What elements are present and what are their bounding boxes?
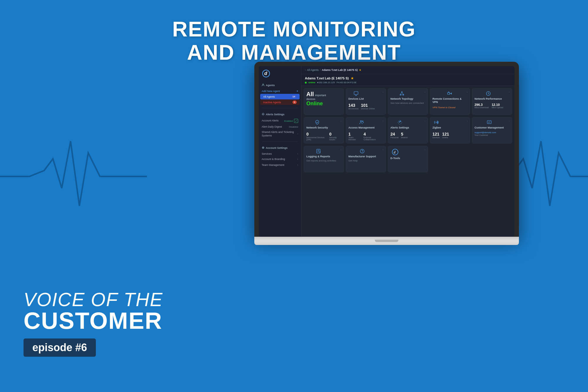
svg-point-19 xyxy=(360,149,364,153)
status-dot xyxy=(305,82,307,84)
zigbee-title: Zigbee xyxy=(432,126,441,129)
inactive-agents-item[interactable]: Inactive Agents 1 xyxy=(260,99,300,105)
d-tools-arrow[interactable]: › xyxy=(425,149,425,151)
sidebar-agents-header: Agents xyxy=(259,82,301,89)
team-member-num: 1 Team Member xyxy=(348,132,361,141)
network-security-arrow[interactable]: › xyxy=(340,120,341,122)
laptop-screen: d Agents xyxy=(259,66,514,237)
branding-block: Voice of the CUSTOMER episode #6 xyxy=(24,290,163,357)
svg-text:d: d xyxy=(264,71,268,76)
access-management-arrow[interactable]: › xyxy=(382,120,383,122)
shared-num: 5 Shared xyxy=(401,132,408,139)
alerts-settings-header: Alerts Settings xyxy=(259,111,301,118)
card-zigbee[interactable]: Zigbee › 121 Devices xyxy=(430,117,470,144)
network-topology-arrow[interactable]: › xyxy=(425,91,425,94)
logging-reports-desc: Get reports and log activities xyxy=(306,159,341,162)
laptop-screen-outer: d Agents xyxy=(254,62,519,237)
access-management-icon xyxy=(348,120,375,125)
devices-text: devices xyxy=(306,98,341,101)
important-text: important xyxy=(315,94,326,97)
card-network-security[interactable]: Network Security › 0 Discovered Devices … xyxy=(304,117,344,144)
sidebar: d Agents xyxy=(259,66,301,237)
services-item[interactable]: Services › xyxy=(259,151,301,156)
svg-point-6 xyxy=(401,91,402,92)
shared-alerts-item[interactable]: Shared Alerts and Ticketing Systems › xyxy=(259,129,301,139)
card-network-performance[interactable]: Network Performance › 296.3 Mb/s Downloa… xyxy=(472,88,512,115)
account-branding-item[interactable]: Account & Branding › xyxy=(259,156,301,162)
access-management-title: Access Management xyxy=(348,126,375,129)
network-performance-arrow[interactable]: › xyxy=(509,91,510,94)
svg-line-10 xyxy=(402,92,403,94)
sidebar-account-section: Account Settings Services › Account & Br… xyxy=(259,144,301,169)
network-performance-title: Network Performance xyxy=(475,97,502,101)
card-devices-list[interactable]: Devices List › 143 All Devices xyxy=(346,88,386,115)
account-settings-header: Account Settings xyxy=(259,145,301,151)
customer-email: support@domotz.com xyxy=(475,131,510,134)
alerts-settings-label: Alerts Settings xyxy=(266,113,285,116)
network-security-nums: 0 Discovered Devices (24h) 0 Security Is… xyxy=(306,132,341,141)
episode-badge: episode #6 xyxy=(24,338,96,357)
account-alerts-toggle[interactable]: Enabled ✓ xyxy=(284,119,298,123)
devices-list-arrow[interactable]: › xyxy=(382,91,383,94)
network-topology-title: Network Topology xyxy=(390,97,413,101)
account-alerts-item[interactable]: Account Alerts Enabled ✓ xyxy=(259,118,301,124)
discovered-num: 0 Discovered Devices (24h) xyxy=(306,132,327,141)
manufacturer-support-title: Manufacturer Support xyxy=(348,155,376,158)
agents-icon xyxy=(262,84,265,87)
add-new-agent-item[interactable]: Add New Agent + xyxy=(259,89,301,94)
network-performance-icon xyxy=(475,91,502,96)
manufacturer-support-icon xyxy=(348,149,376,154)
agent-header: Adams T.net Lab (E 14075 S) ★ online ●19… xyxy=(301,74,514,86)
external-num: 4 External Collaborators xyxy=(364,132,383,141)
card-alerts-settings[interactable]: Alerts Settings › 24 Personal xyxy=(388,117,428,144)
customer-management-title: Customer Management xyxy=(475,126,504,129)
sidebar-divider-1 xyxy=(262,108,298,108)
remote-connections-arrow[interactable]: › xyxy=(467,91,467,94)
laptop-device: d Agents xyxy=(254,62,519,245)
card-network-topology[interactable]: Network Topology › See how devices are c… xyxy=(388,88,428,115)
network-security-icon xyxy=(306,120,328,125)
agent-star[interactable]: ★ xyxy=(351,76,354,80)
star-icon[interactable]: ★ xyxy=(359,69,361,71)
manufacturer-support-arrow[interactable]: › xyxy=(382,149,383,151)
svg-rect-17 xyxy=(487,121,491,124)
devices-list-icon-area xyxy=(348,91,364,96)
laptop-notch xyxy=(375,240,398,242)
zigbee-arrow[interactable]: › xyxy=(467,120,467,122)
svg-line-9 xyxy=(400,92,402,94)
customer-text: CUSTOMER xyxy=(24,309,163,333)
logging-reports-arrow[interactable]: › xyxy=(340,149,341,151)
dashboard-grid-row1: All important devices Online xyxy=(301,86,514,117)
logging-reports-title: Logging & Reports xyxy=(306,155,330,158)
team-management-item[interactable]: Team Management › xyxy=(259,162,301,168)
card-logging-reports[interactable]: Logging & Reports › Get reports and log … xyxy=(304,146,344,172)
alerts-settings-nums: 24 Personal 5 Shared xyxy=(390,132,425,139)
agent-ip: ●192.168.10.125 xyxy=(317,81,335,84)
dashboard-grid-row3: Logging & Reports › Get reports and log … xyxy=(301,146,514,175)
all-devices-num: 143 All Devices xyxy=(348,103,359,110)
network-topology-desc: See how devices are connected xyxy=(390,102,425,105)
alert-daily-digest-item[interactable]: Alert Daily Digest Disabled xyxy=(259,124,301,129)
back-arrow[interactable]: ‹ xyxy=(305,69,306,71)
sidebar-alerts-section: Alerts Settings Account Alerts Enabled ✓ xyxy=(259,110,301,140)
all-agents-item[interactable]: All Agents 14 xyxy=(260,94,300,99)
online-status: Online xyxy=(306,101,341,107)
alerts-settings-arrow[interactable]: › xyxy=(425,120,425,122)
card-remote-connections[interactable]: Remote Connections & VPN › VPN Tunnel is… xyxy=(430,88,470,115)
card-manufacturer-support[interactable]: Manufacturer Support › Get Help xyxy=(346,146,386,172)
alerts-settings-icon xyxy=(390,120,409,125)
breadcrumb-all-agents[interactable]: All Agents xyxy=(307,69,319,71)
download-item: 296.3 Mb/s Download xyxy=(475,103,489,109)
online-devices-num: 101 Devices Online xyxy=(361,103,375,110)
customer-management-icon xyxy=(475,120,504,125)
network-topology-icon xyxy=(390,91,413,96)
svg-point-20 xyxy=(362,152,363,152)
d-tools-icon: d xyxy=(390,149,400,156)
agent-name: Adams T.net Lab (E 14075 S) ★ xyxy=(305,76,511,80)
customer-management-arrow[interactable]: › xyxy=(509,120,510,122)
card-d-tools[interactable]: d D-Tools › xyxy=(388,146,428,172)
card-customer-management[interactable]: Customer Management › support@domotz.com… xyxy=(472,117,512,144)
card-all-devices[interactable]: All important devices Online xyxy=(304,88,344,115)
performance-nums: 296.3 Mb/s Download 12.10 Mb/s Upload xyxy=(475,103,510,109)
card-access-management[interactable]: Access Management › 1 Team Member xyxy=(346,117,386,144)
